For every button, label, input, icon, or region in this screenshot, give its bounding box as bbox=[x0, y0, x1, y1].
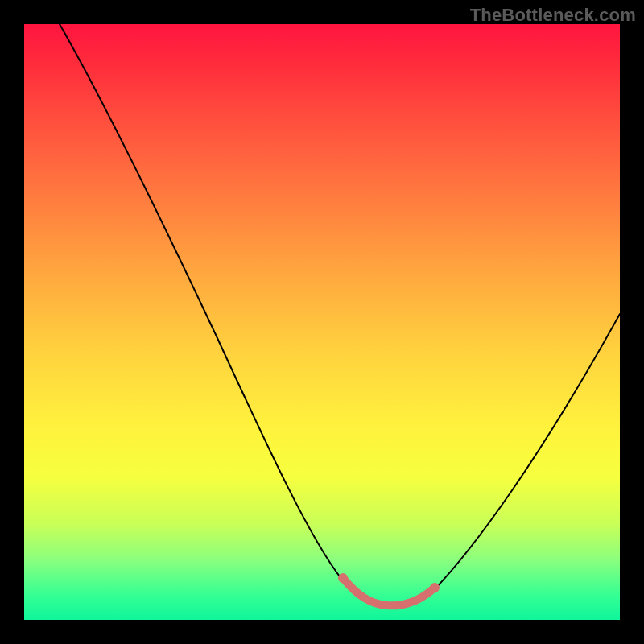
highlight-end-dot bbox=[430, 583, 440, 592]
plot-area bbox=[24, 24, 620, 620]
curve-svg bbox=[24, 24, 620, 620]
watermark-text: TheBottleneck.com bbox=[470, 5, 636, 26]
bottleneck-curve bbox=[60, 24, 620, 605]
optimal-highlight-segment bbox=[343, 578, 435, 605]
chart-frame: TheBottleneck.com bbox=[0, 0, 644, 644]
highlight-start-dot bbox=[338, 573, 348, 583]
